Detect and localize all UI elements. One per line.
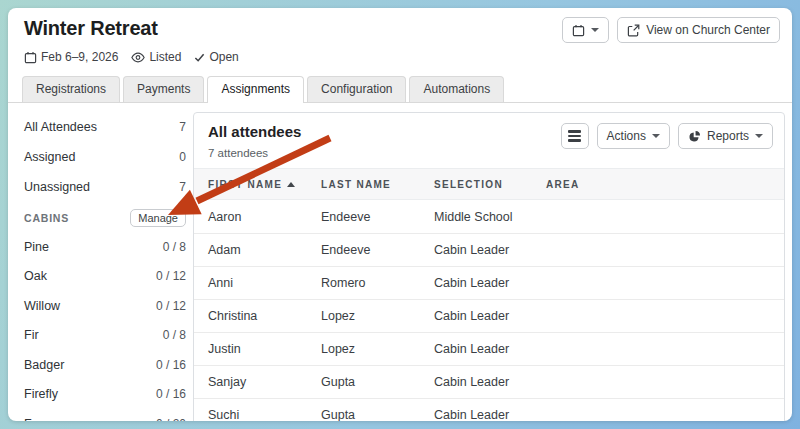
cell-last-name: Gupta <box>321 408 434 421</box>
sidebar-item-label: All Attendees <box>24 120 97 134</box>
tabbar: Registrations Payments Assignments Confi… <box>22 76 504 103</box>
sidebar-item-all-attendees[interactable]: All Attendees 7 <box>24 112 186 142</box>
table-row[interactable]: Anni Romero Cabin Leader <box>194 267 784 300</box>
tab-assignments[interactable]: Assignments <box>207 76 304 103</box>
cell-last-name: Endeeve <box>321 243 434 257</box>
column-label: LAST NAME <box>321 179 391 190</box>
calendar-icon <box>24 51 37 64</box>
eye-icon <box>131 52 145 63</box>
reports-button[interactable]: Reports <box>678 123 773 149</box>
cabin-name: Pine <box>24 240 49 254</box>
event-page-card: Winter Retreat Feb 6–9, 2026 Listed Open… <box>8 8 792 421</box>
sidebar-item-count: 7 <box>179 180 186 194</box>
panel-subtitle: 7 attendees <box>208 147 268 159</box>
table-row[interactable]: Suchi Gupta Cabin Leader <box>194 399 784 421</box>
table-row[interactable]: Sanjay Gupta Cabin Leader <box>194 366 784 399</box>
event-visibility-text: Listed <box>149 50 181 64</box>
tab-configuration[interactable]: Configuration <box>307 76 406 102</box>
cell-selection: Middle School <box>434 210 546 224</box>
attendees-panel: All attendees 7 attendees Actions Report… <box>193 112 785 421</box>
cell-first-name: Aaron <box>208 210 321 224</box>
chevron-down-icon <box>591 28 599 32</box>
cell-first-name: Anni <box>208 276 321 290</box>
cell-first-name: Christina <box>208 309 321 323</box>
list-view-button[interactable] <box>561 123 589 149</box>
sort-ascending-icon <box>287 182 295 187</box>
sidebar-item-cabin-fir[interactable]: Fir 0 / 8 <box>24 321 186 351</box>
cabin-count: 0 / 8 <box>163 240 186 254</box>
sidebar-item-assigned[interactable]: Assigned 0 <box>24 142 186 172</box>
cell-first-name: Justin <box>208 342 321 356</box>
calendar-menu-button[interactable] <box>562 17 609 43</box>
sidebar-item-unassigned[interactable]: Unassigned 7 <box>24 172 186 202</box>
assignments-sidebar: All Attendees 7 Assigned 0 Unassigned 7 … <box>24 112 186 421</box>
event-dates: Feb 6–9, 2026 <box>24 50 118 64</box>
attendees-table-body: Aaron Endeeve Middle School Adam Endeeve… <box>194 201 784 421</box>
cabin-count: 0 / 12 <box>156 299 186 313</box>
reports-label: Reports <box>707 129 749 143</box>
cell-last-name: Lopez <box>321 309 434 323</box>
cell-last-name: Lopez <box>321 342 434 356</box>
sidebar-item-cabin-pine[interactable]: Pine 0 / 8 <box>24 232 186 262</box>
cell-last-name: Romero <box>321 276 434 290</box>
event-meta-row: Feb 6–9, 2026 Listed Open <box>24 50 239 64</box>
sidebar-item-cabin-oak[interactable]: Oak 0 / 12 <box>24 262 186 292</box>
event-visibility: Listed <box>131 50 181 64</box>
cell-last-name: Gupta <box>321 375 434 389</box>
tab-registrations[interactable]: Registrations <box>22 76 120 102</box>
table-row[interactable]: Aaron Endeeve Middle School <box>194 201 784 234</box>
cabin-name: Fir <box>24 328 39 342</box>
cell-first-name: Sanjay <box>208 375 321 389</box>
sidebar-item-cabin-firefly[interactable]: Firefly 0 / 16 <box>24 380 186 410</box>
view-on-church-center-button[interactable]: View on Church Center <box>617 17 780 43</box>
event-status-text: Open <box>209 50 238 64</box>
sidebar-item-label: Unassigned <box>24 180 90 194</box>
cell-selection: Cabin Leader <box>434 243 546 257</box>
tab-automations[interactable]: Automations <box>409 76 504 102</box>
panel-title: All attendees <box>208 123 301 140</box>
sidebar-item-cabin-badger[interactable]: Badger 0 / 16 <box>24 350 186 380</box>
cabin-count: 0 / 8 <box>163 328 186 342</box>
sidebar-item-cabin-fox[interactable]: Fox 0 / 20 <box>24 409 186 421</box>
cell-selection: Cabin Leader <box>434 276 546 290</box>
sidebar-item-count: 7 <box>179 120 186 134</box>
cell-first-name: Adam <box>208 243 321 257</box>
cabin-count: 0 / 16 <box>156 387 186 401</box>
external-link-icon <box>627 24 640 37</box>
cabin-name: Willow <box>24 299 60 313</box>
table-header-row: FIRST NAME LAST NAME SELECTION AREA <box>194 168 784 200</box>
chevron-down-icon <box>755 134 763 138</box>
calendar-icon <box>572 24 585 37</box>
column-header-selection[interactable]: SELECTION <box>434 179 546 190</box>
cabin-count: 0 / 20 <box>156 417 186 421</box>
cell-selection: Cabin Leader <box>434 408 546 421</box>
column-label: AREA <box>546 179 580 190</box>
sidebar-item-cabin-willow[interactable]: Willow 0 / 12 <box>24 291 186 321</box>
cell-selection: Cabin Leader <box>434 309 546 323</box>
actions-label: Actions <box>607 129 646 143</box>
chevron-down-icon <box>652 134 660 138</box>
table-row[interactable]: Adam Endeeve Cabin Leader <box>194 234 784 267</box>
pie-chart-icon <box>688 130 701 143</box>
cabin-name: Firefly <box>24 387 58 401</box>
sidebar-item-label: Assigned <box>24 150 75 164</box>
cabin-count: 0 / 12 <box>156 269 186 283</box>
view-on-church-center-label: View on Church Center <box>646 23 770 37</box>
event-status: Open <box>194 50 238 64</box>
cabin-name: Badger <box>24 358 64 372</box>
table-row[interactable]: Justin Lopez Cabin Leader <box>194 333 784 366</box>
cell-last-name: Endeeve <box>321 210 434 224</box>
table-row[interactable]: Christina Lopez Cabin Leader <box>194 300 784 333</box>
column-header-first-name[interactable]: FIRST NAME <box>208 179 321 190</box>
tab-payments[interactable]: Payments <box>123 76 204 102</box>
column-header-last-name[interactable]: LAST NAME <box>321 179 434 190</box>
cell-first-name: Suchi <box>208 408 321 421</box>
column-label: SELECTION <box>434 179 503 190</box>
sidebar-item-count: 0 <box>179 150 186 164</box>
cell-selection: Cabin Leader <box>434 342 546 356</box>
manage-cabins-button[interactable]: Manage <box>130 209 186 227</box>
event-date-text: Feb 6–9, 2026 <box>41 50 118 64</box>
cabin-name: Oak <box>24 269 47 283</box>
actions-button[interactable]: Actions <box>597 123 670 149</box>
column-header-area[interactable]: AREA <box>546 179 784 190</box>
